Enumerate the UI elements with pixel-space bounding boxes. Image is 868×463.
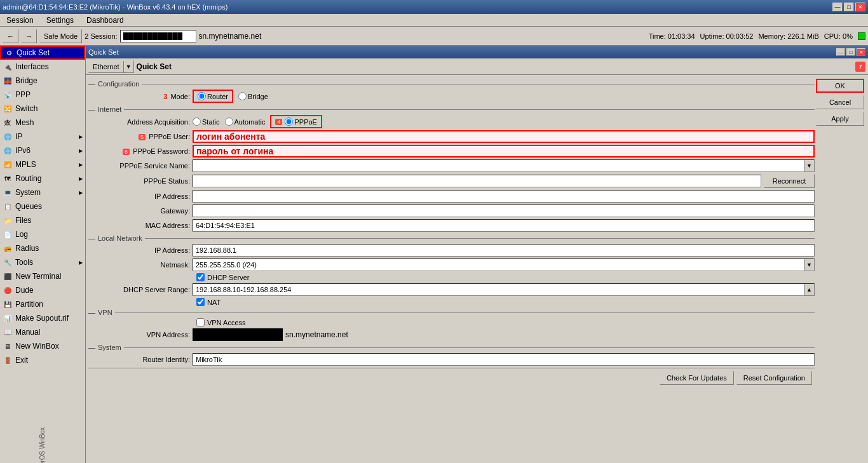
vpn-access-label: VPN Access bbox=[207, 319, 246, 326]
sidebar-item-manual[interactable]: 📖 Manual bbox=[0, 325, 85, 339]
sidebar-label-new-winbox: New WinBox bbox=[15, 342, 59, 351]
apply-button[interactable]: Apply bbox=[816, 112, 864, 126]
sidebar-item-new-terminal[interactable]: ⬛ New Terminal bbox=[0, 269, 85, 283]
close-button[interactable]: ✕ bbox=[855, 3, 865, 11]
pppoe-service-dropdown-icon[interactable]: ▼ bbox=[804, 160, 814, 171]
router-identity-row: Router Identity: bbox=[88, 353, 815, 366]
pppoe-password-input[interactable] bbox=[193, 145, 815, 158]
sidebar-label-dude: Dude bbox=[15, 286, 34, 295]
sidebar-label-ip: IP bbox=[15, 132, 22, 141]
pppoe-user-input[interactable] bbox=[193, 130, 815, 143]
sidebar-item-queues[interactable]: 📋 Queues bbox=[0, 199, 85, 213]
step-3-badge: 3 bbox=[163, 93, 167, 100]
router-identity-label: Router Identity: bbox=[88, 356, 190, 363]
reset-config-button[interactable]: Reset Configuration bbox=[736, 371, 812, 385]
ip-address-input[interactable] bbox=[193, 190, 815, 203]
sidebar-item-exit[interactable]: 🚪 Exit bbox=[0, 353, 85, 367]
sidebar-label-tools: Tools bbox=[15, 258, 33, 267]
sidebar-item-ip[interactable]: 🌐 IP bbox=[0, 130, 85, 144]
ip-icon: 🌐 bbox=[3, 131, 13, 142]
addr-automatic-radio-label[interactable]: Automatic bbox=[225, 117, 266, 126]
cancel-button[interactable]: Cancel bbox=[816, 95, 864, 109]
dhcp-range-up-icon[interactable]: ▲ bbox=[804, 284, 814, 295]
session-input[interactable] bbox=[120, 30, 196, 43]
safe-mode-button[interactable]: Safe Mode bbox=[39, 29, 82, 43]
vpn-access-checkbox[interactable] bbox=[196, 318, 205, 326]
sidebar-item-system[interactable]: 💻 System bbox=[0, 185, 85, 199]
title-bar-buttons: — □ ✕ bbox=[832, 3, 865, 11]
ethernet-dropdown[interactable]: Ethernet ▼ bbox=[88, 60, 134, 73]
sidebar-item-ppp[interactable]: 📡 PPP bbox=[0, 88, 85, 102]
netmask-select[interactable]: 255.255.255.0 (/24) ▼ bbox=[193, 258, 815, 271]
sidebar-item-mesh[interactable]: 🕸 Mesh bbox=[0, 116, 85, 130]
addr-automatic-radio[interactable] bbox=[225, 117, 233, 126]
gateway-row: Gateway: bbox=[88, 205, 815, 217]
minimize-button[interactable]: — bbox=[832, 3, 843, 11]
sidebar-label-exit: Exit bbox=[15, 356, 28, 365]
back-button[interactable]: ← bbox=[3, 29, 18, 43]
sidebar-item-tools[interactable]: 🔧 Tools bbox=[0, 255, 85, 269]
dhcp-range-label: DHCP Server Range: bbox=[88, 286, 190, 293]
sidebar-item-quick-set[interactable]: ⚙ Quick Set bbox=[0, 46, 85, 60]
reconnect-button[interactable]: Reconnect bbox=[764, 174, 815, 188]
mode-bridge-radio-label[interactable]: Bridge bbox=[238, 92, 268, 100]
gateway-input[interactable] bbox=[193, 205, 815, 217]
check-updates-button[interactable]: Check For Updates bbox=[660, 371, 734, 385]
inner-close-button[interactable]: ✕ bbox=[857, 48, 865, 56]
vpn-address-masked: ████████████ bbox=[193, 328, 283, 341]
nat-row: NAT bbox=[88, 298, 815, 306]
sidebar-item-mpls[interactable]: 📶 MPLS bbox=[0, 158, 85, 171]
sidebar-item-switch[interactable]: 🔀 Switch bbox=[0, 102, 85, 116]
sidebar-item-dude[interactable]: 🔴 Dude bbox=[0, 283, 85, 297]
dhcp-range-select[interactable]: 192.168.88.10-192.168.88.254 ▲ bbox=[193, 283, 815, 296]
sidebar: ⚙ Quick Set 🔌 Interfaces 🌉 Bridge 📡 PPP … bbox=[0, 46, 86, 463]
local-network-section: Local Network bbox=[88, 234, 815, 242]
menu-settings[interactable]: Settings bbox=[43, 15, 78, 26]
inner-maximize-button[interactable]: □ bbox=[846, 48, 855, 56]
dhcp-server-checkbox[interactable] bbox=[196, 273, 205, 281]
sidebar-item-radius[interactable]: 📻 Radius bbox=[0, 241, 85, 255]
vpn-address-label: VPN Address: bbox=[88, 331, 190, 339]
netmask-dropdown-icon[interactable]: ▼ bbox=[804, 259, 814, 271]
new-terminal-icon: ⬛ bbox=[3, 271, 13, 281]
radius-icon: 📻 bbox=[3, 243, 13, 253]
menu-session[interactable]: Session bbox=[3, 15, 37, 26]
pppoe-user-label: 5 PPPoE User: bbox=[88, 133, 190, 140]
local-ip-input[interactable] bbox=[193, 244, 815, 257]
mode-bridge-radio[interactable] bbox=[238, 92, 247, 100]
addr-automatic-text: Automatic bbox=[234, 118, 266, 126]
mac-address-input bbox=[193, 219, 815, 232]
content-area: Quick Set — □ ✕ Ethernet ▼ Quick Set 7 bbox=[86, 46, 868, 463]
pppoe-service-select[interactable]: ▼ bbox=[193, 159, 815, 172]
session-label: 2 Session: bbox=[85, 32, 117, 40]
sidebar-item-routing[interactable]: 🗺 Routing bbox=[0, 171, 85, 185]
maximize-button[interactable]: □ bbox=[844, 3, 854, 11]
forward-button[interactable]: → bbox=[21, 29, 37, 43]
sidebar-item-ipv6[interactable]: 🌐 IPv6 bbox=[0, 144, 85, 158]
pppoe-status-input bbox=[193, 175, 761, 187]
addr-pppoe-radio[interactable] bbox=[285, 117, 293, 126]
nat-checkbox[interactable] bbox=[196, 298, 205, 306]
inner-minimize-button[interactable]: — bbox=[836, 48, 845, 56]
bridge-icon: 🌉 bbox=[3, 76, 13, 86]
addr-static-radio[interactable] bbox=[193, 117, 201, 126]
menu-dashboard[interactable]: Dashboard bbox=[83, 15, 128, 26]
netmask-label: Netmask: bbox=[88, 261, 190, 269]
sidebar-item-make-supout[interactable]: 📊 Make Supout.rif bbox=[0, 311, 85, 325]
dropdown-arrow-icon[interactable]: ▼ bbox=[123, 61, 133, 72]
ok-button[interactable]: OK bbox=[816, 79, 864, 93]
sidebar-item-log[interactable]: 📄 Log bbox=[0, 227, 85, 241]
addr-pppoe-radio-label[interactable]: 4 PPPoE bbox=[270, 115, 322, 128]
addr-static-radio-label[interactable]: Static bbox=[193, 117, 220, 126]
mode-router-radio-label[interactable]: Router bbox=[193, 90, 233, 103]
sidebar-label-make-supout: Make Supout.rif bbox=[15, 314, 69, 323]
sidebar-item-files[interactable]: 📁 Files bbox=[0, 213, 85, 227]
sidebar-item-new-winbox[interactable]: 🖥 New WinBox bbox=[0, 339, 85, 353]
vpn-access-row: VPN Access bbox=[88, 318, 815, 326]
sidebar-item-bridge[interactable]: 🌉 Bridge bbox=[0, 74, 85, 88]
sidebar-item-interfaces[interactable]: 🔌 Interfaces bbox=[0, 60, 85, 74]
sidebar-item-partition[interactable]: 💾 Partition bbox=[0, 297, 85, 311]
sidebar-label-bridge: Bridge bbox=[15, 76, 37, 85]
router-identity-input[interactable] bbox=[193, 353, 815, 366]
mode-router-radio[interactable] bbox=[198, 92, 206, 100]
